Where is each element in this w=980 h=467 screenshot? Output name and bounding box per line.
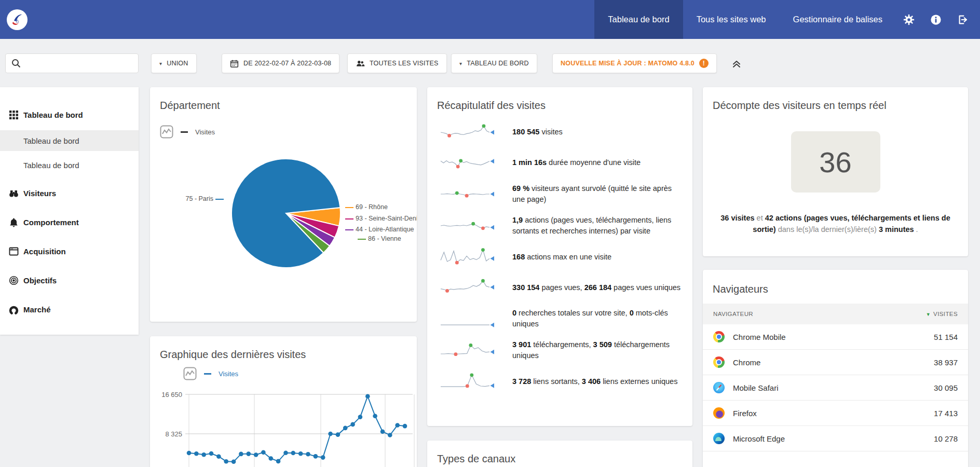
site-selector-label: UNION <box>167 60 188 67</box>
site-selector-button[interactable]: ▾ UNION <box>151 53 197 73</box>
sidebar-item-label: Tableau de bord <box>23 161 79 170</box>
settings-gear-icon[interactable] <box>903 14 915 25</box>
line-chart-point[interactable] <box>247 451 251 456</box>
browser-row-firefox[interactable]: Firefox17 413 <box>703 401 968 426</box>
collapse-toolbar-icon[interactable] <box>731 58 742 69</box>
widget-recapitulatif: Récapitulatif des visites 180 545 visite… <box>427 87 692 426</box>
sidebar-item-tableau-de-bord[interactable]: Tableau de bord <box>0 103 139 126</box>
browser-name: Microsoft Edge <box>733 434 934 443</box>
target-icon <box>9 276 19 285</box>
line-chart-point[interactable] <box>187 451 192 456</box>
line-chart-point[interactable] <box>388 433 392 437</box>
line-chart-point[interactable] <box>403 424 407 429</box>
browser-row-microsoft-edge[interactable]: Microsoft Edge10 278 <box>703 426 968 451</box>
stat-text: 0 recherches totales sur votre site, 0 m… <box>512 308 681 329</box>
line-chart-point[interactable] <box>269 456 274 461</box>
search-box <box>5 53 139 73</box>
pie-label-86-vienne: 86 - Vienne <box>356 235 401 242</box>
y-axis-tick: 8 325 <box>165 430 182 438</box>
legend-label[interactable]: Visites <box>195 128 215 136</box>
stat-text: 330 154 pages vues, 266 184 pages vues u… <box>512 282 680 293</box>
visits-line-chart[interactable]: 16 6508 325 <box>150 388 417 467</box>
safari-browser-icon <box>713 382 725 393</box>
legend-dash <box>204 373 211 375</box>
browser-row-chrome-mobile[interactable]: Chrome Mobile51 154 <box>703 324 968 350</box>
line-chart-point[interactable] <box>328 432 333 436</box>
sidebar-item-objectifs[interactable]: Objectifs <box>0 269 139 292</box>
stat-row-3: 1,9 actions (pages vues, téléchargements… <box>439 215 681 237</box>
line-chart-point[interactable] <box>216 454 221 459</box>
sidebar-item-acquisition[interactable]: Acquisition <box>0 240 139 263</box>
sidebar-item-visiteurs[interactable]: Visiteurs <box>0 182 139 204</box>
line-chart-point[interactable] <box>283 450 288 455</box>
browser-row-chrome[interactable]: Chrome38 937 <box>703 350 968 375</box>
users-icon <box>356 59 365 68</box>
line-chart-point[interactable] <box>336 432 341 437</box>
line-chart-point[interactable] <box>350 422 355 427</box>
line-chart-point[interactable] <box>291 451 296 456</box>
line-chart-point[interactable] <box>314 454 318 459</box>
line-chart-point[interactable] <box>254 452 258 457</box>
sparkline-chart[interactable] <box>439 308 496 329</box>
sparkline-chart[interactable] <box>439 122 496 143</box>
column-navigateur[interactable]: NAVIGATEUR <box>713 311 753 317</box>
sparkline-chart[interactable] <box>439 371 496 392</box>
line-chart-point[interactable] <box>343 426 348 431</box>
sparkline-chart[interactable] <box>439 277 496 298</box>
nav-tab-tableau-de-bord[interactable]: Tableau de bord <box>594 0 683 39</box>
widget-title: Récapitulatif des visites <box>427 87 692 112</box>
search-input[interactable] <box>21 54 138 73</box>
sparkline-chart[interactable] <box>439 153 496 173</box>
line-chart-point[interactable] <box>380 430 385 434</box>
line-chart-point[interactable] <box>232 460 236 464</box>
binoculars-icon <box>9 188 19 198</box>
dashboard-toolbar: ▾ UNION DE 2022-02-07 À 2022-03-08 TOUTE… <box>0 39 980 87</box>
line-chart-point[interactable] <box>239 452 243 457</box>
line-chart-point[interactable] <box>321 455 325 460</box>
sparkline-chart[interactable] <box>439 340 496 361</box>
sidebar-item-marche[interactable]: Marché <box>0 298 139 321</box>
line-chart-point[interactable] <box>306 452 310 457</box>
line-chart-point[interactable] <box>373 414 377 418</box>
export-image-icon[interactable] <box>183 367 197 380</box>
segment-selector-button[interactable]: TOUTES LES VISITES <box>347 53 447 73</box>
date-range-button[interactable]: DE 2022-02-07 À 2022-03-08 <box>222 53 339 73</box>
line-chart-point[interactable] <box>298 451 303 456</box>
nav-tab-tous-les-sites-web[interactable]: Tous les sites web <box>683 0 780 39</box>
legend-label[interactable]: Visites <box>219 370 238 378</box>
line-chart-point[interactable] <box>209 451 214 456</box>
sparkline-chart[interactable] <box>439 215 496 236</box>
browser-visits: 38 937 <box>934 358 958 367</box>
site-logo[interactable] <box>6 9 28 31</box>
line-chart-point[interactable] <box>276 459 281 464</box>
export-image-icon[interactable] <box>160 125 173 139</box>
widget-title: Navigateurs <box>703 270 968 295</box>
column-visites[interactable]: ▼VISITES <box>926 311 958 317</box>
dashboard-selector-button[interactable]: ▾ TABLEAU DE BORD <box>451 53 537 73</box>
line-chart-point[interactable] <box>395 423 400 428</box>
chevron-down-icon: ▾ <box>159 61 162 66</box>
info-icon[interactable] <box>930 14 942 25</box>
update-notice-button[interactable]: NOUVELLE MISE À JOUR : MATOMO 4.8.0 ! <box>552 53 717 73</box>
stat-row-8: 3 728 liens sortants, 3 406 liens extern… <box>439 371 681 392</box>
browser-row-mobile-safari[interactable]: Mobile Safari30 095 <box>703 375 968 401</box>
line-chart-point[interactable] <box>224 459 228 464</box>
widget-title: Graphique des dernières visites <box>150 336 417 361</box>
sidebar-item-tableau-de-bord-sub1[interactable]: Tableau de bord <box>0 130 139 151</box>
label-connector <box>345 218 353 219</box>
logout-icon[interactable] <box>957 14 969 25</box>
sparkline-chart[interactable] <box>439 246 496 267</box>
stat-text: 3 728 liens sortants, 3 406 liens extern… <box>512 376 677 387</box>
sparkline-chart[interactable] <box>439 184 496 204</box>
line-chart-point[interactable] <box>201 452 206 457</box>
pie-label-44-loire-atlantique: 44 - Loire-Atlantique <box>343 226 414 233</box>
sidebar-item-tableau-de-bord-sub2[interactable]: Tableau de bord <box>0 155 139 175</box>
browser-name: Chrome <box>733 358 934 367</box>
line-chart-point[interactable] <box>261 450 266 455</box>
nav-tab-gestionnaire-de-balises[interactable]: Gestionnaire de balises <box>780 0 896 39</box>
sidebar-item-comportement[interactable]: Comportement <box>0 211 139 233</box>
marketplace-icon <box>9 305 19 314</box>
line-chart-point[interactable] <box>365 394 370 399</box>
line-chart-point[interactable] <box>358 415 363 419</box>
line-chart-point[interactable] <box>194 451 199 456</box>
